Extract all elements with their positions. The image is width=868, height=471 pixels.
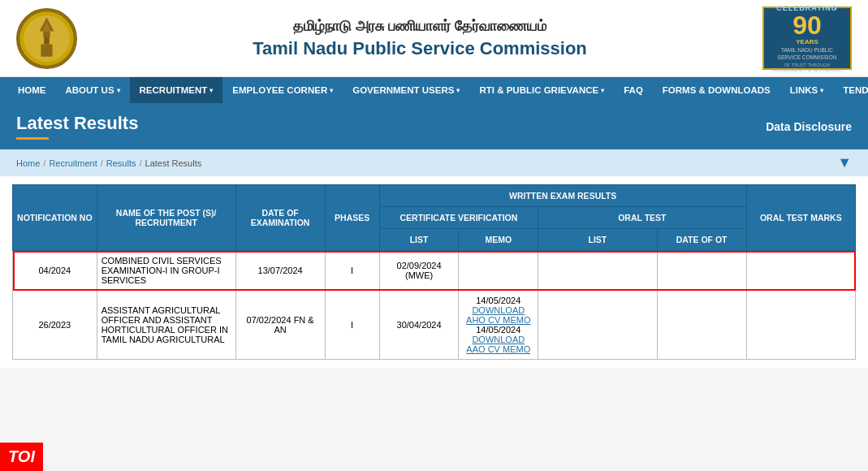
recruitment-chevron-icon: ▾ xyxy=(209,87,213,94)
nav-about[interactable]: ABOUT US ▾ xyxy=(56,77,130,103)
th-oral-test-marks: ORAL TEST MARKS xyxy=(746,185,855,251)
th-oral-test: ORAL TEST xyxy=(538,207,746,229)
breadcrumb-results[interactable]: Results xyxy=(106,158,136,168)
cell-date-exam: 07/02/2024 FN & AN xyxy=(235,291,325,360)
th-memo: MEMO xyxy=(459,229,538,251)
cell-oral-marks xyxy=(746,251,855,291)
nav-recruitment[interactable]: RECRUITMENT ▾ xyxy=(130,77,223,103)
cell-date-ot xyxy=(657,251,746,291)
nav-tenders[interactable]: TENDERS xyxy=(833,77,868,103)
cell-oral-marks xyxy=(746,291,855,360)
svg-rect-2 xyxy=(41,44,52,56)
govt-chevron-icon: ▾ xyxy=(456,87,460,94)
header-center: தமிழ்நாடு அரசு பணியாளர் தேர்வாணையம் Tami… xyxy=(77,18,762,59)
page-header-bar: Latest Results Data Disclosure xyxy=(0,103,868,149)
cell-name-post: COMBINED CIVIL SERVICES EXAMINATION-I IN… xyxy=(97,251,235,291)
nav-rti[interactable]: RTI & PUBLIC GRIEVANCE ▾ xyxy=(469,77,614,103)
english-title: Tamil Nadu Public Service Commission xyxy=(77,38,762,59)
rti-chevron-icon: ▾ xyxy=(601,87,604,94)
page-title-section: Latest Results xyxy=(16,113,138,140)
cell-date-exam: 13/07/2024 xyxy=(235,251,325,291)
breadcrumb-current: Latest Results xyxy=(145,158,202,168)
results-table: NOTIFICATION NO NAME OF THE POST (S)/ RE… xyxy=(12,184,856,360)
cell-list: 30/04/2024 xyxy=(379,291,459,360)
cell-notif-no: 04/2024 xyxy=(13,251,97,291)
page-title: Latest Results xyxy=(16,113,138,134)
nav-home[interactable]: HOME xyxy=(8,77,56,103)
cell-oral-list xyxy=(538,291,658,360)
nav-govt-users[interactable]: GOVERNMENT USERS ▾ xyxy=(343,77,469,103)
cell-memo xyxy=(459,251,538,291)
logo-left xyxy=(16,8,77,69)
cell-phases: I xyxy=(325,251,379,291)
th-list: LIST xyxy=(379,229,459,251)
th-name-post: NAME OF THE POST (S)/ RECRUITMENT xyxy=(97,185,235,251)
nav-links[interactable]: LINKS ▾ xyxy=(780,77,834,103)
logo-right: CELEBRATING 90 YEARS TAMIL NADU PUBLICSE… xyxy=(762,6,852,70)
breadcrumb-recruitment[interactable]: Recruitment xyxy=(49,158,97,168)
th-oral-list: LIST xyxy=(538,229,658,251)
nav-faq[interactable]: FAQ xyxy=(614,77,653,103)
cell-phases: I xyxy=(325,291,379,360)
cell-notif-no: 26/2023 xyxy=(13,291,97,360)
site-header: தமிழ்நாடு அரசு பணியாளர் தேர்வாணையம் Tami… xyxy=(0,0,868,77)
cell-oral-list xyxy=(538,251,658,291)
cell-memo[interactable]: 14/05/2024 DOWNLOAD AHO CV MEMO 14/05/20… xyxy=(459,291,538,360)
about-chevron-icon: ▾ xyxy=(117,87,120,94)
title-underline xyxy=(16,137,49,140)
th-written-exam: WRITTEN EXAM RESULTS xyxy=(379,185,746,207)
th-cert-verification: CERTIFICATE VERIFICATION xyxy=(379,207,538,229)
th-notification-no: NOTIFICATION NO xyxy=(13,185,97,251)
years-number: 90 xyxy=(792,12,822,38)
cell-name-post: ASSISTANT AGRICULTURAL OFFICER AND ASSIS… xyxy=(97,291,235,360)
th-phases: PHASES xyxy=(325,185,379,251)
links-chevron-icon: ▾ xyxy=(820,87,823,94)
cell-list: 02/09/2024 (MWE) xyxy=(379,251,459,291)
table-row: 04/2024COMBINED CIVIL SERVICES EXAMINATI… xyxy=(13,251,856,291)
results-table-container: NOTIFICATION NO NAME OF THE POST (S)/ RE… xyxy=(0,176,868,368)
main-nav: HOME ABOUT US ▾ RECRUITMENT ▾ EMPLOYEE C… xyxy=(0,77,868,103)
breadcrumb: Home / Recruitment / Results / Latest Re… xyxy=(0,149,868,176)
data-disclosure-label: Data Disclosure xyxy=(766,120,852,133)
table-row: 26/2023ASSISTANT AGRICULTURAL OFFICER AN… xyxy=(13,291,856,360)
arrow-down-icon: ▼ xyxy=(837,154,852,171)
svg-rect-6 xyxy=(44,37,50,45)
cell-date-ot xyxy=(657,291,746,360)
breadcrumb-home[interactable]: Home xyxy=(16,158,40,168)
nav-employee-corner[interactable]: EMPLOYEE CORNER ▾ xyxy=(222,77,343,103)
svg-rect-5 xyxy=(43,31,50,37)
th-date-exam: DATE OF EXAMINATION xyxy=(235,185,325,251)
th-date-of-ot: DATE OF OT xyxy=(657,229,746,251)
tamil-title: தமிழ்நாடு அரசு பணியாளர் தேர்வாணையம் xyxy=(77,18,762,35)
nav-forms[interactable]: FORMS & DOWNLOADS xyxy=(653,77,780,103)
employee-chevron-icon: ▾ xyxy=(330,87,333,94)
